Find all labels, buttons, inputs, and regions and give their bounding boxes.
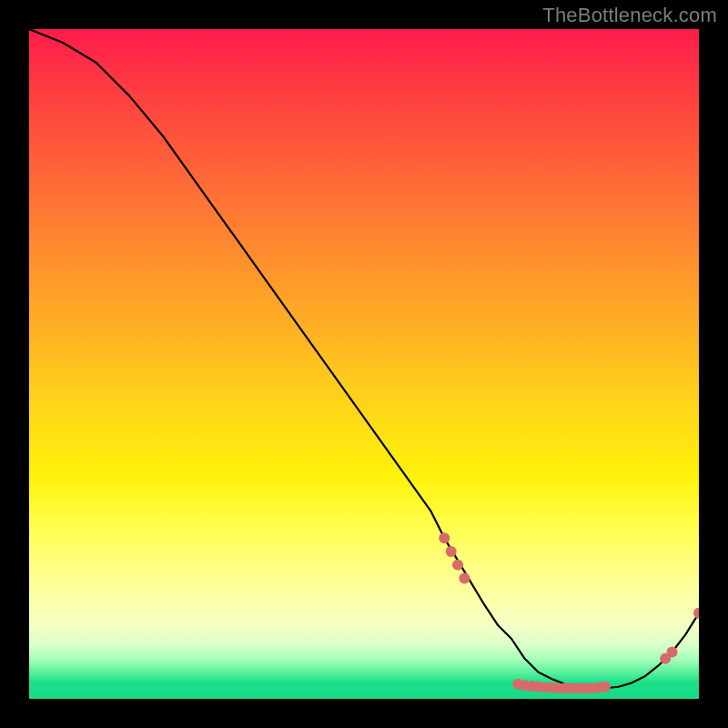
data-marker <box>439 532 450 543</box>
chart-overlay <box>29 29 699 699</box>
data-marker <box>452 560 463 571</box>
curve-group <box>29 29 699 688</box>
data-marker <box>446 546 457 557</box>
watermark-text: TheBottleneck.com <box>542 4 717 27</box>
chart-frame: TheBottleneck.com <box>0 0 728 728</box>
markers-group <box>439 532 699 693</box>
data-marker <box>600 682 611 693</box>
data-marker <box>693 608 699 619</box>
data-marker <box>667 646 678 657</box>
data-marker <box>459 573 470 584</box>
bottleneck-curve <box>29 29 699 688</box>
plot-area <box>29 29 699 699</box>
